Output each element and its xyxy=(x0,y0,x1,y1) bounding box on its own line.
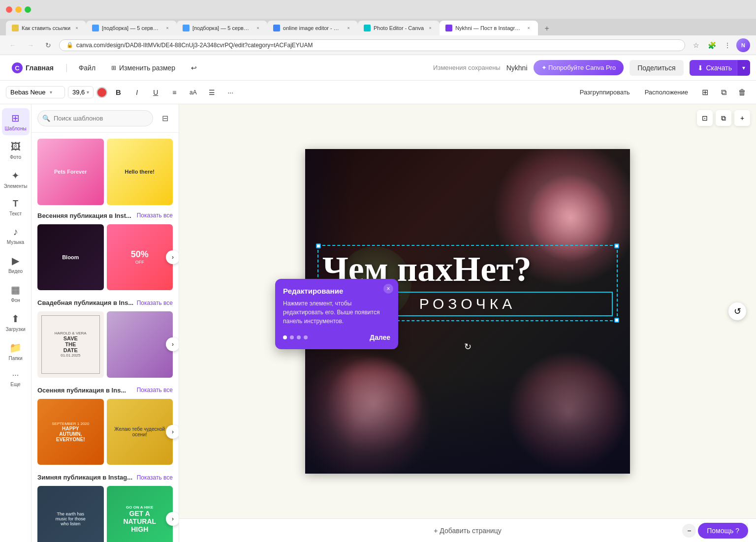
tab-close-3[interactable]: × xyxy=(254,25,261,31)
section-spring-header: Весенняя публикация в Inst... Показать в… xyxy=(32,209,179,222)
template-50off[interactable]: 50% OFF xyxy=(107,224,173,291)
filter-button[interactable]: ⊟ xyxy=(157,111,173,126)
template-autumn2[interactable]: Желаю тебе чудесной осени! xyxy=(107,399,173,465)
sidebar-item-text[interactable]: T Текст xyxy=(2,195,30,220)
rotate-handle[interactable]: ↻ xyxy=(462,341,473,353)
close-button[interactable] xyxy=(6,6,12,13)
section-wedding-header: Свадебная публикация в Ins... Показать в… xyxy=(32,296,179,309)
tooltip-close-button[interactable]: × xyxy=(383,284,393,294)
refresh-button[interactable]: ↻ xyxy=(41,38,55,52)
grid-view-button[interactable]: ⊞ xyxy=(697,85,713,100)
sidebar-item-templates[interactable]: ⊞ Шаблоны xyxy=(2,108,30,135)
list-button[interactable]: ☰ xyxy=(204,85,220,100)
show-all-winter[interactable]: Показать все xyxy=(137,474,173,481)
help-button[interactable]: Помощь ? xyxy=(698,523,748,539)
refresh-suggestions-button[interactable]: ↺ xyxy=(728,302,746,320)
undo-button[interactable]: ↩ xyxy=(186,61,202,75)
show-all-wedding[interactable]: Показать все xyxy=(137,300,173,306)
settings-icon[interactable]: ⋮ xyxy=(721,38,734,52)
tab-1[interactable]: Как ставить ссылки × xyxy=(6,21,86,35)
tab-close-1[interactable]: × xyxy=(73,25,80,31)
forward-button[interactable]: → xyxy=(24,38,37,52)
template-winter2[interactable]: GO ON A HIKE GET A NATURAL HIGH xyxy=(107,486,173,542)
template-winter1[interactable]: The earth has music for those who listen xyxy=(37,486,104,542)
tab-close-2[interactable]: × xyxy=(164,25,171,31)
tab-4[interactable]: online image editor - Поиск в... × xyxy=(267,21,358,35)
add-page-button[interactable]: + Добавить страницу xyxy=(434,527,501,535)
tab-6[interactable]: Nykhni — Пост в Instagram × xyxy=(440,21,538,35)
sidebar-item-folders[interactable]: 📁 Папки xyxy=(2,338,30,365)
zoom-out-button[interactable]: − xyxy=(682,524,696,538)
duplicate-canvas-button[interactable]: ⧉ xyxy=(716,110,731,126)
tab-3[interactable]: [подборка] — 5 сервисов д... × xyxy=(177,21,267,35)
ungroup-button[interactable]: Разгруппировать xyxy=(574,86,636,99)
arrange-button[interactable]: Расположение xyxy=(639,86,694,99)
trash-button[interactable]: 🗑 xyxy=(734,85,750,100)
search-icon: 🔍 xyxy=(42,115,50,122)
handle-br[interactable] xyxy=(614,318,619,323)
italic-button[interactable]: I xyxy=(129,85,145,100)
align-button[interactable]: ≡ xyxy=(166,85,182,100)
show-all-spring[interactable]: Показать все xyxy=(137,212,173,219)
spring-next-button[interactable]: › xyxy=(166,250,179,264)
download-dropdown[interactable]: ▾ xyxy=(737,60,750,76)
address-bar[interactable]: 🔒 canva.com/design/DAD8-lItMVk/DE4-88CnU… xyxy=(59,39,685,51)
handle-tl[interactable] xyxy=(316,243,321,248)
sidebar-item-uploads[interactable]: ⬆ Загрузки xyxy=(2,309,30,336)
canvas-area: ⊡ ⧉ + xyxy=(179,104,756,542)
home-button[interactable]: C Главная xyxy=(6,59,60,77)
autumn-next-button[interactable]: › xyxy=(166,425,179,439)
canvas-workspace[interactable]: ⊡ ⧉ + xyxy=(179,104,756,518)
add-canvas-button[interactable]: + xyxy=(734,110,750,126)
new-tab-button[interactable]: + xyxy=(540,22,554,35)
resize-menu[interactable]: ⊞ Изменить размер xyxy=(106,61,180,75)
dot-3 xyxy=(297,335,301,339)
tab-2[interactable]: [подборка] — 5 сервисов дл... × xyxy=(86,21,177,35)
try-pro-button[interactable]: ✦ Попробуйте Canva Pro xyxy=(534,60,624,75)
bookmark-icon[interactable]: ☆ xyxy=(689,38,703,52)
tooltip-progress xyxy=(283,335,308,339)
tab-5[interactable]: Photo Editor - Canva × xyxy=(358,21,440,35)
tooltip-next-button[interactable]: Далее xyxy=(370,333,390,341)
share-button[interactable]: Поделиться xyxy=(630,60,683,76)
template-bloom[interactable]: Bloom xyxy=(37,224,104,291)
tab-favicon-1 xyxy=(12,25,19,31)
copy-style-button[interactable]: ⧉ xyxy=(716,85,731,100)
sidebar-item-elements[interactable]: ✦ Элементы xyxy=(2,166,30,193)
more-options-button[interactable]: ··· xyxy=(222,85,238,100)
search-input[interactable] xyxy=(37,110,153,126)
dot-2 xyxy=(290,335,294,339)
tab-close-6[interactable]: × xyxy=(525,25,532,31)
maximize-button[interactable] xyxy=(25,6,31,13)
show-all-autumn[interactable]: Показать все xyxy=(137,387,173,393)
user-avatar[interactable]: N xyxy=(736,38,750,52)
template-thumb-pets[interactable]: Pets Forever xyxy=(37,139,104,205)
template-savedate[interactable]: HAROLD & VERA SAVE THE DATE 01.01.2025 xyxy=(37,311,104,378)
sidebar-item-music[interactable]: ♪ Музыка xyxy=(2,222,30,249)
minimize-button[interactable] xyxy=(15,6,22,13)
tab-close-5[interactable]: × xyxy=(427,25,434,31)
template-wedding2[interactable] xyxy=(107,311,173,378)
case-button[interactable]: aA xyxy=(185,85,201,100)
font-selector[interactable]: Bebas Neue ▾ xyxy=(6,86,65,98)
sidebar-item-video[interactable]: ▶ Видео xyxy=(2,251,30,278)
frame-button[interactable]: ⊡ xyxy=(697,110,713,126)
sidebar-item-photos[interactable]: 🖼 Фото xyxy=(2,137,30,164)
template-thumb-hello[interactable]: Hello there! xyxy=(107,139,173,205)
tab-close-4[interactable]: × xyxy=(345,25,352,31)
template-autumn1[interactable]: SEPTEMBER 1 2020 HAPPY AUTUMN, EVERYONE! xyxy=(37,399,104,465)
color-picker[interactable] xyxy=(96,87,107,98)
download-button[interactable]: ⬇ Скачать xyxy=(690,60,740,76)
winter-next-button[interactable]: › xyxy=(166,512,179,526)
underline-button[interactable]: U xyxy=(148,85,163,100)
sidebar-item-background[interactable]: ▦ Фон xyxy=(2,280,30,307)
font-size-selector[interactable]: 39,6 ▾ xyxy=(68,86,94,98)
wedding-next-button[interactable]: › xyxy=(166,337,179,351)
extensions-icon[interactable]: 🧩 xyxy=(705,38,719,52)
sidebar-item-more[interactable]: ··· Еще xyxy=(2,367,30,391)
download-btn-group: ⬇ Скачать ▾ xyxy=(690,60,751,76)
bold-button[interactable]: B xyxy=(110,85,126,100)
back-button[interactable]: ← xyxy=(6,38,20,52)
handle-tr[interactable] xyxy=(614,243,619,248)
file-menu[interactable]: Файл xyxy=(74,61,100,75)
